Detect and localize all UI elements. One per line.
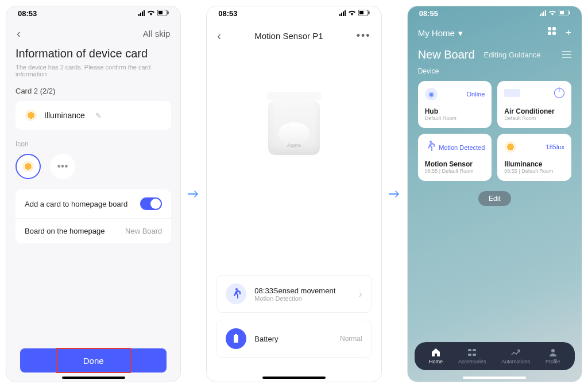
svg-rect-18 [468, 354, 471, 356]
sun-icon [25, 109, 37, 122]
svg-rect-8 [235, 334, 237, 335]
svg-rect-17 [473, 349, 476, 351]
battery-card[interactable]: Battery Normal [216, 320, 372, 358]
svg-point-6 [235, 288, 238, 290]
toggle-add-card[interactable] [140, 197, 162, 210]
add-button[interactable]: + [565, 27, 571, 39]
setting-label: Board on the homepage [25, 227, 105, 235]
back-button[interactable]: ‹ [17, 27, 21, 40]
device-card-motion[interactable]: Motion Detected Motion Sensor 08:55 | De… [418, 134, 492, 181]
icon-option-sun[interactable] [16, 154, 41, 179]
svg-rect-7 [234, 335, 238, 343]
card-counter: Card 2 (2/2) [16, 87, 171, 95]
card-name-field[interactable]: Illuminance ✎ [16, 101, 171, 130]
nav-home[interactable]: Home [429, 348, 443, 364]
device-card-illuminance[interactable]: 185lux Illuminance 08:55 | Default Room [497, 134, 571, 181]
svg-point-20 [551, 349, 555, 352]
done-button[interactable]: Done [20, 348, 167, 373]
device-image: Aqara [262, 86, 326, 155]
brand-label: Aqara [287, 142, 301, 148]
sun-icon [504, 141, 517, 153]
svg-rect-12 [562, 51, 571, 52]
screen-3-home-board: 08:55 My Home ▾ + New Board Editing Guid… [407, 6, 582, 382]
wifi-icon [548, 9, 556, 17]
chevron-down-icon: ▾ [458, 28, 463, 38]
status-bar: 08:53 [207, 6, 381, 20]
setting-value: New Board [125, 227, 162, 235]
battery-icon [226, 328, 246, 349]
screen-1-device-card: 08:53 ‹ All skip Information of device c… [6, 6, 181, 382]
board-select-row[interactable]: Board on the homepage New Board [16, 219, 171, 243]
board-header: New Board Editing Guidance [408, 46, 582, 67]
nav-accessories[interactable]: Accessories [458, 348, 486, 364]
signal-icon [339, 10, 346, 16]
board-name[interactable]: New Board [418, 48, 475, 61]
svg-rect-16 [468, 349, 471, 351]
svg-rect-11 [569, 11, 570, 14]
page-subtitle: The device has 2 cards. Please confirm t… [16, 64, 171, 77]
svg-point-15 [430, 141, 432, 143]
svg-rect-13 [562, 54, 571, 55]
wifi-icon [348, 9, 356, 17]
flow-arrow [188, 191, 199, 197]
motion-title: 08:33Sensed movement [254, 286, 350, 295]
battery-value: Normal [340, 335, 362, 343]
status-icons [540, 9, 570, 17]
board-subtitle[interactable]: Editing Guidance [484, 51, 541, 59]
svg-rect-10 [560, 11, 564, 14]
signal-icon [540, 10, 546, 16]
bottom-nav: Home Accessories Automations Profile [415, 342, 575, 370]
time: 08:53 [218, 9, 237, 18]
device-room: 08:55 | Default Room [504, 168, 564, 174]
home-icon [431, 348, 441, 357]
section-title: Device [418, 67, 571, 75]
icon-selector: ••• [16, 154, 171, 179]
device-card-ac[interactable]: Air Conditioner Default Room [497, 81, 571, 128]
status-icons [138, 9, 169, 17]
ellipsis-icon: ••• [57, 161, 68, 173]
power-icon[interactable] [554, 88, 564, 98]
status-badge: Motion Detected [439, 143, 485, 152]
time: 08:55 [419, 9, 438, 18]
device-card-hub[interactable]: ◉ Online Hub Default Room [418, 81, 492, 128]
nav-automations[interactable]: Automations [501, 348, 530, 364]
icon-option-more[interactable]: ••• [50, 154, 75, 179]
accessories-icon [467, 348, 477, 357]
device-room: Default Room [504, 115, 564, 121]
wifi-icon [147, 9, 155, 17]
device-name: Hub [425, 107, 485, 115]
menu-icon[interactable] [562, 50, 571, 60]
status-badge: 185lux [546, 143, 564, 151]
more-button[interactable]: ••• [357, 30, 371, 42]
home-selector[interactable]: My Home ▾ [418, 28, 463, 38]
edit-button[interactable]: Edit [478, 191, 511, 206]
status-icons [339, 9, 370, 17]
home-header: My Home ▾ + [408, 20, 582, 46]
navbar: ‹ All skip [6, 20, 180, 47]
device-name: Motion Sensor [425, 160, 485, 168]
time: 08:53 [18, 9, 37, 18]
device-name: Illuminance [504, 160, 564, 168]
page-title: Motion Sensor P1 [254, 31, 323, 41]
settings-card: Add a card to homepage board Board on th… [16, 189, 171, 243]
profile-icon [548, 348, 558, 357]
battery-icon [157, 9, 169, 17]
back-button[interactable]: ‹ [217, 29, 221, 42]
automations-icon [510, 348, 521, 357]
walk-icon [226, 284, 246, 304]
svg-rect-14 [562, 57, 571, 58]
home-indicator[interactable] [463, 377, 526, 379]
add-card-toggle-row: Add a card to homepage board [16, 189, 171, 219]
icon-section-label: Icon [16, 140, 171, 148]
battery-icon [559, 9, 570, 17]
grid-icon[interactable] [548, 27, 556, 35]
skip-button[interactable]: All skip [143, 29, 171, 38]
home-indicator[interactable] [262, 377, 326, 379]
nav-profile[interactable]: Profile [546, 348, 560, 364]
home-indicator[interactable] [62, 377, 125, 379]
edit-icon[interactable]: ✎ [95, 111, 102, 120]
hub-icon: ◉ [425, 88, 438, 100]
svg-rect-2 [168, 11, 169, 14]
motion-detection-card[interactable]: 08:33Sensed movement Motion Detection › [216, 275, 372, 313]
navbar: ‹ Motion Sensor P1 ••• [207, 20, 381, 52]
